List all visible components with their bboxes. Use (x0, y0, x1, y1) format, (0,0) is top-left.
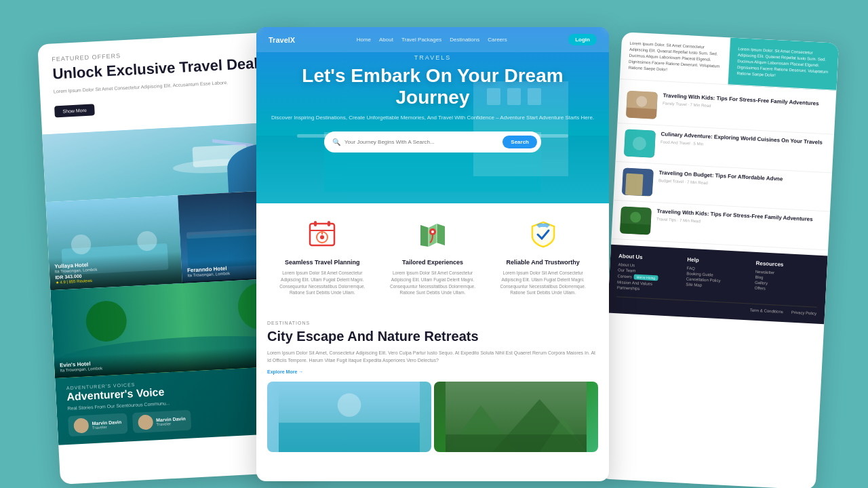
text-card-2: Lorem Ipsum Dolor. Sit Amet Consectetur … (728, 37, 839, 90)
articles-list: Traveling With Kids: Tips For Stress-Fre… (611, 79, 836, 256)
text-card-2-content: Lorem Ipsum Dolor. Sit Amet Consectetur … (736, 46, 830, 81)
feature-planning: Seamless Travel Planning Lorem Ipsum Dol… (267, 217, 378, 296)
svg-point-38 (431, 230, 434, 233)
svg-marker-33 (420, 225, 429, 247)
map-icon (415, 217, 450, 252)
avatar-card-1[interactable]: Marvin Davin Traveler (68, 413, 127, 436)
article-4-image (620, 206, 652, 235)
destination-images (256, 376, 609, 458)
nav-destinations[interactable]: Destinations (450, 37, 479, 43)
explore-more-link[interactable]: Explore More → (267, 369, 303, 374)
footer: About Us About Us Our Team CareersWe're … (608, 245, 828, 325)
destination-image-1[interactable] (267, 382, 431, 452)
feature-2-title: Tailored Experiences (383, 259, 483, 266)
footer-grid: About Us About Us Our Team CareersWe're … (616, 253, 819, 301)
dest-img-1-visual (267, 382, 431, 452)
login-button[interactable]: Login (568, 34, 597, 45)
feature-experiences: Tailored Experiences Lorem Ipsum Dolor S… (378, 217, 488, 296)
nav-links: Home About Travel Packages Destinations … (357, 37, 507, 43)
nav-careers[interactable]: Careers (488, 37, 507, 43)
text-card-1-content: Lorem Ipsum Dolor. Sit Amet Consectetur … (628, 41, 721, 76)
avatar-1 (73, 418, 89, 434)
search-bar: 🔍 Search (324, 131, 541, 152)
svg-rect-40 (279, 423, 420, 452)
dest-img-2-visual (434, 382, 598, 452)
feature-trustworthy: Reliable And Trustworthy Lorem Ipsum Dol… (488, 217, 598, 296)
nav-home[interactable]: Home (357, 37, 371, 43)
svg-point-30 (320, 235, 324, 239)
svg-rect-2 (192, 144, 247, 167)
avatar-card-2[interactable]: Marvin Davin Traveler (132, 410, 191, 433)
search-icon: 🔍 (332, 138, 340, 146)
footer-resources-col: Resources Newsletter Blog Gallery Offers (754, 260, 819, 302)
footer-about-col: About Us About Us Our Team CareersWe're … (616, 253, 682, 294)
hotel-card-1[interactable]: Yullaya Hotel Ita Trowongan, Lombok IDR … (45, 195, 182, 290)
article-1-image (626, 91, 658, 119)
svg-rect-49 (626, 108, 657, 119)
svg-rect-46 (446, 434, 587, 452)
destination-image-2[interactable] (434, 382, 598, 452)
article-3-image (622, 167, 654, 196)
avatar-1-info: Marvin Davin Traveler (92, 420, 121, 430)
search-input[interactable] (344, 139, 502, 145)
article-3-content: Traveling On Budget: Tips For Affordable… (658, 169, 783, 189)
svg-marker-34 (437, 224, 445, 245)
hiring-badge: We're Hiring (634, 274, 658, 281)
feature-3-title: Reliable And Trustworthy (493, 259, 593, 266)
features-section: Seamless Travel Planning Lorem Ipsum Dol… (256, 203, 609, 310)
destinations-section: DESTINATIONS City Escape And Nature Retr… (256, 310, 609, 376)
destinations-label: DESTINATIONS (267, 321, 598, 325)
feature-2-desc: Lorem Ipsum Dolor Sit Amet Consectetur A… (383, 270, 483, 296)
nav-about[interactable]: About (379, 37, 393, 43)
avatar-2 (138, 415, 153, 430)
navbar: TravelX Home About Travel Packages Desti… (256, 27, 609, 52)
footer-help-title: Help (687, 257, 751, 266)
svg-point-41 (338, 393, 361, 417)
svg-rect-27 (328, 221, 330, 226)
destinations-desc: Lorem Ipsum Dolor Sit Amet, Consectetur … (267, 350, 598, 364)
footer-help-col: Help FAQ Booking Guide Cancellation Poli… (686, 257, 751, 298)
destinations-desc-col: Lorem Ipsum Dolor Sit Amet, Consectetur … (267, 350, 598, 376)
article-2-image (624, 129, 656, 158)
feature-3-desc: Lorem Ipsum Dolor Sit Amet Consectetur A… (493, 270, 593, 296)
destinations-content: Lorem Ipsum Dolor Sit Amet, Consectetur … (267, 350, 598, 376)
planning-icon (304, 217, 340, 252)
article-1-content: Traveling With Kids: Tips For Stress-Fre… (663, 92, 819, 113)
destinations-title: City Escape And Nature Retreats (267, 328, 598, 344)
hero-content: TRAVELS Let's Embark On Your Dream Journ… (256, 54, 609, 152)
show-more-button[interactable]: Show More (54, 104, 95, 117)
feature-1-title: Seamless Travel Planning (273, 259, 372, 266)
right-card: Lorem Ipsum Dolor. Sit Amet Consectetur … (599, 32, 839, 488)
nav-logo: TravelX (269, 36, 295, 44)
hero-subtitle: Discover Inspiring Destinations, Create … (270, 114, 595, 121)
avatar-2-info: Marvin Davin Traveler (156, 416, 186, 426)
travels-label: TRAVELS (270, 54, 595, 61)
avatar-1-role: Traveler (92, 424, 122, 430)
svg-rect-53 (625, 174, 644, 196)
footer-resources-title: Resources (755, 260, 819, 270)
article-4-content: Traveling With Kids: Tips For Stress-Fre… (656, 208, 813, 229)
avatar-2-role: Traveler (156, 421, 186, 426)
explore-label: Explore More → (267, 369, 303, 374)
article-2-content: Culinary Adventure: Exploring World Cuis… (660, 131, 823, 152)
footer-privacy-link[interactable]: Privacy Policy (791, 310, 817, 316)
hero-section: TRAVELS Let's Embark On Your Dream Journ… (256, 27, 609, 203)
svg-rect-26 (314, 221, 317, 226)
text-card-1: Lorem Ipsum Dolor. Sit Amet Consectetur … (620, 32, 730, 85)
center-card: TravelX Home About Travel Packages Desti… (256, 27, 609, 481)
feature-1-desc: Lorem Ipsum Dolor Sit Amet Consectetur A… (273, 270, 372, 296)
svg-rect-56 (620, 223, 651, 235)
footer-terms-link[interactable]: Term & Conditions (750, 308, 783, 314)
search-button[interactable]: Search (502, 136, 537, 148)
footer-about-title: About Us (618, 253, 682, 262)
hero-title: Let's Embark On Your Dream Journey (270, 65, 595, 108)
nav-packages[interactable]: Travel Packages (401, 37, 441, 43)
shield-icon (526, 217, 561, 252)
